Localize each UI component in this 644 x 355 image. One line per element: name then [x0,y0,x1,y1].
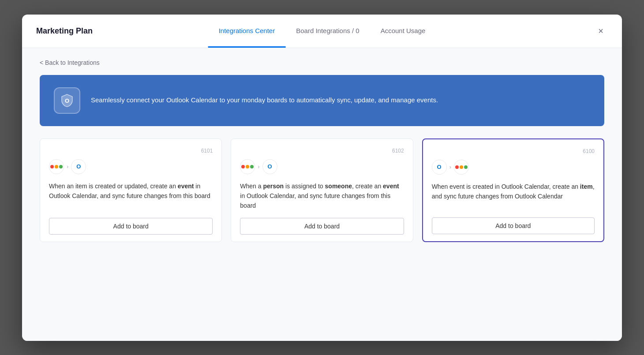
monday-icon [240,159,255,174]
monday-icon [49,159,64,174]
card-icons-6100: O › [432,160,595,175]
arrow-icon: › [449,164,451,170]
arrow-icon: › [67,163,68,170]
arrow-icon: › [258,163,259,170]
card-number-6102: 6102 [240,148,404,154]
banner-description: Seamlessly connect your Outlook Calendar… [91,95,438,105]
close-button[interactable]: × [594,24,608,38]
outlook-icon: O [432,160,447,175]
card-description-6102: When a person is assigned to someone, cr… [240,181,404,211]
banner-icon: O [54,87,80,114]
add-to-board-button-6101[interactable]: Add to board [49,218,213,235]
modal: Marketing Plan Integrations Center Board… [22,15,622,341]
back-link[interactable]: < Back to Integrations [40,59,100,66]
card-description-6101: When an item is created or updated, crea… [49,181,213,211]
outlook-icon: O [262,159,277,174]
card-number-6101: 6101 [49,148,213,154]
outlook-icon: O [71,159,86,174]
add-to-board-button-6100[interactable]: Add to board [432,217,595,234]
card-icons-6101: › O [49,159,213,174]
monday-icon [454,160,469,175]
tab-account-usage[interactable]: Account Usage [370,15,436,48]
svg-text:O: O [65,97,69,104]
card-description-6100: When event is created in Outlook Calenda… [432,182,595,210]
integration-card-6101: 6101 › O When an item is c [40,138,222,242]
integration-card-6100: 6100 O › When event is cre [422,138,604,242]
add-to-board-button-6102[interactable]: Add to board [240,218,404,235]
modal-body: < Back to Integrations O Seamlessly conn… [22,48,622,341]
cards-container: 6101 › O When an item is c [40,138,604,242]
card-icons-6102: › O [240,159,404,174]
tab-integrations-center[interactable]: Integrations Center [208,15,286,48]
modal-header: Marketing Plan Integrations Center Board… [22,15,622,48]
tab-board-integrations[interactable]: Board Integrations / 0 [285,15,370,48]
integration-banner: O Seamlessly connect your Outlook Calend… [40,75,604,126]
card-number-6100: 6100 [432,148,595,154]
integration-card-6102: 6102 › O When a person is [231,138,413,242]
modal-title: Marketing Plan [36,26,116,36]
tab-bar: Integrations Center Board Integrations /… [208,15,436,48]
